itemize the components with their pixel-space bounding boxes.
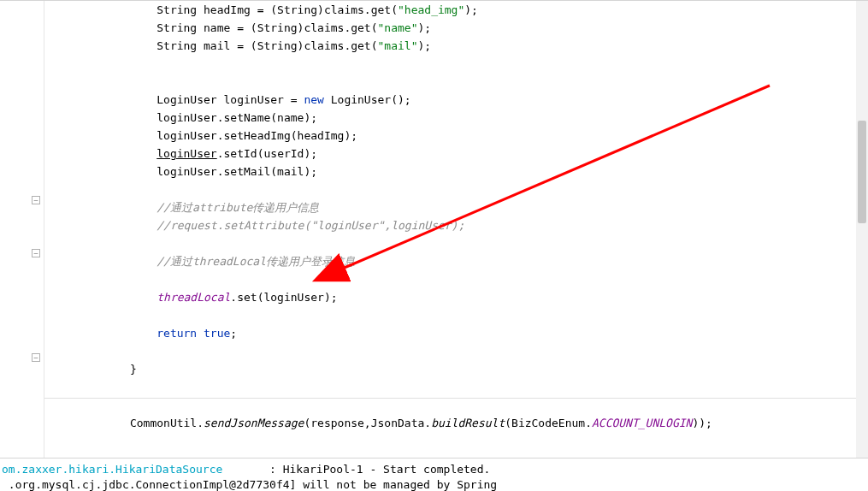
- comment: //通过attribute传递用户信息: [156, 201, 319, 214]
- code-text: LoginUser loginUser =: [156, 93, 304, 106]
- console-panel[interactable]: om.zaxxer.hikari.HikariDataSource : Hika…: [0, 458, 868, 491]
- indent: [50, 165, 156, 178]
- string-literal: "name": [378, 21, 418, 34]
- code-line[interactable]: String name = (String)claims.get("name")…: [44, 19, 868, 37]
- code-line[interactable]: loginUser.setMail(mail);: [44, 163, 868, 180]
- code-text: (response,JsonData.: [304, 417, 431, 429]
- code-text: ;: [230, 327, 237, 340]
- code-line[interactable]: loginUser.setHeadImg(headImg);: [44, 127, 868, 145]
- code-line[interactable]: //通过threadLocal传递用户登录信息: [44, 252, 868, 270]
- code-line[interactable]: threadLocal.set(loginUser);: [44, 288, 868, 306]
- code-text: .setId(userId);: [217, 147, 317, 160]
- scrollbar-thumb[interactable]: [858, 121, 866, 223]
- indent: [50, 327, 156, 340]
- console-text: : HikariPool-1 - Start completed.: [222, 463, 490, 476]
- code-text: .set(loginUser);: [230, 291, 337, 304]
- fold-marker-icon[interactable]: −: [32, 249, 40, 257]
- code-line[interactable]: LoginUser loginUser = new LoginUser();: [44, 91, 868, 109]
- static-method: buildResult: [431, 417, 505, 429]
- indent: [50, 129, 156, 142]
- indent: [50, 3, 156, 16]
- code-text: CommonUtil.: [130, 417, 204, 429]
- code-text: String mail = (String)claims.get(: [156, 39, 377, 52]
- editor-gutter[interactable]: − − −: [0, 1, 44, 458]
- indent: [50, 93, 156, 106]
- code-line[interactable]: CommonUtil.sendJsonMessage(response,Json…: [44, 414, 868, 432]
- fold-marker-icon[interactable]: −: [32, 353, 40, 362]
- code-line[interactable]: [44, 396, 868, 414]
- console-line: .org.mysql.cj.jdbc.ConnectionImpl@2d7730…: [2, 477, 868, 491]
- code-editor[interactable]: − − − String headImg = (String)claims.ge…: [0, 0, 868, 458]
- code-line[interactable]: [44, 342, 868, 360]
- code-text: ));: [692, 417, 712, 429]
- comment: //通过threadLocal传递用户登录信息: [156, 255, 355, 268]
- indent: [50, 417, 130, 429]
- vertical-scrollbar[interactable]: [856, 1, 868, 458]
- indent: [50, 111, 156, 124]
- code-line[interactable]: [44, 234, 868, 252]
- string-literal: "mail": [378, 39, 418, 52]
- indent: [50, 363, 130, 376]
- keyword: true: [197, 327, 230, 340]
- code-text: LoginUser();: [324, 93, 411, 106]
- console-line: om.zaxxer.hikari.HikariDataSource : Hika…: [2, 462, 868, 477]
- indent: [50, 219, 156, 232]
- field-ref: threadLocal: [156, 291, 230, 304]
- console-text: .org.mysql.cj.jdbc.ConnectionImpl@2d7730…: [2, 478, 497, 491]
- code-line[interactable]: String mail = (String)claims.get("mail")…: [44, 37, 868, 55]
- logger-name: om.zaxxer.hikari.HikariDataSource: [2, 463, 222, 476]
- code-text: );: [417, 21, 431, 34]
- code-line[interactable]: }: [44, 360, 868, 378]
- code-line[interactable]: loginUser.setId(userId);: [44, 145, 868, 163]
- divider: [44, 398, 868, 399]
- code-line[interactable]: //request.setAttribute("loginUser",login…: [44, 216, 868, 234]
- code-text: );: [417, 39, 431, 52]
- code-text: String name = (String)claims.get(: [156, 21, 377, 34]
- string-literal: "head_img": [398, 3, 464, 16]
- code-panel[interactable]: String headImg = (String)claims.get("hea…: [44, 1, 868, 458]
- indent: [50, 201, 156, 214]
- code-line[interactable]: [44, 180, 868, 198]
- indent: [50, 255, 156, 268]
- code-line[interactable]: [44, 378, 868, 396]
- code-text: loginUser: [156, 147, 216, 160]
- code-line[interactable]: return true;: [44, 324, 868, 342]
- code-text: }: [130, 363, 137, 376]
- indent: [50, 291, 156, 304]
- indent: [50, 21, 156, 34]
- keyword: new: [304, 93, 323, 106]
- code-text: loginUser.setName(name);: [156, 111, 317, 124]
- indent: [50, 39, 156, 52]
- keyword: return: [156, 327, 197, 340]
- code-line[interactable]: [44, 270, 868, 288]
- code-text: loginUser.setHeadImg(headImg);: [156, 129, 357, 142]
- code-line[interactable]: String headImg = (String)claims.get("hea…: [44, 1, 868, 19]
- code-text: (BizCodeEnum.: [505, 417, 592, 429]
- static-method: sendJsonMessage: [204, 417, 304, 429]
- fold-marker-icon[interactable]: −: [32, 196, 40, 204]
- code-line[interactable]: loginUser.setName(name);: [44, 109, 868, 127]
- code-line[interactable]: //通过attribute传递用户信息: [44, 198, 868, 216]
- comment: //request.setAttribute("loginUser",login…: [156, 219, 464, 232]
- code-text: loginUser.setMail(mail);: [156, 165, 317, 178]
- enum-constant: ACCOUNT_UNLOGIN: [592, 417, 692, 429]
- code-line[interactable]: [44, 306, 868, 324]
- code-line[interactable]: [44, 55, 868, 73]
- code-text: String headImg = (String)claims.get(: [156, 3, 398, 16]
- code-line[interactable]: [44, 73, 868, 91]
- code-text: );: [464, 3, 478, 16]
- indent: [50, 147, 156, 160]
